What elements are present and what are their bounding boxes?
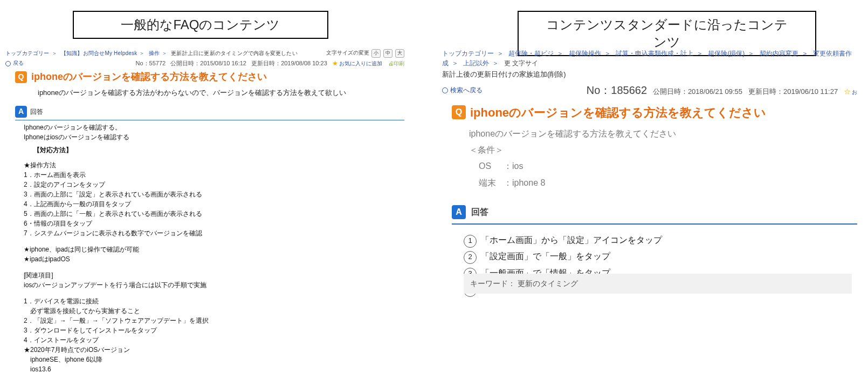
back-icon bbox=[5, 61, 11, 66]
step-number: 1 bbox=[464, 235, 477, 248]
heading-left: 一般的なFAQのコンテンツ bbox=[73, 11, 328, 39]
cond-val: ios bbox=[512, 158, 523, 174]
crumb[interactable]: 操作 bbox=[149, 50, 160, 56]
answer-body: Iphoneのバージョンを確認する。 Iphoneはiosのバージョンを確認する… bbox=[24, 123, 404, 374]
subline: 新計上後の更新日付けの家族追加(削除) bbox=[442, 69, 857, 80]
keyword-value: 更新のタイミング bbox=[518, 279, 578, 288]
question-icon: Q bbox=[15, 71, 27, 83]
crumb[interactable]: 超保険・超ビジ bbox=[508, 50, 554, 57]
back-link[interactable]: 戻る bbox=[5, 59, 24, 67]
article-meta: No：55772 公開日時：2015/08/10 16:12 更新日時：2019… bbox=[135, 59, 404, 68]
font-size-small[interactable]: 小 bbox=[371, 49, 381, 58]
crumb[interactable]: トップカテゴリー bbox=[442, 50, 494, 57]
cond-key: OS bbox=[479, 158, 504, 174]
faq-panel-right: トップカテゴリー＞ 超保険・超ビジ＞ 超保険操作＞ 試算・申込書類作成・計上＞ … bbox=[442, 49, 857, 298]
crumb[interactable]: 【知識】お問合せMy Helpdesk bbox=[61, 50, 137, 56]
font-size-large[interactable]: 大 bbox=[395, 49, 404, 58]
keyword-box: キーワード： 更新のタイミング bbox=[464, 274, 852, 294]
step-number: 2 bbox=[464, 251, 477, 264]
crumb[interactable]: 試算・申込書類作成・計上 bbox=[616, 50, 693, 57]
star-icon: ★ bbox=[332, 60, 338, 66]
font-size-control: 文字サイズの変更 小 中 大 bbox=[326, 49, 404, 58]
crumb[interactable]: 超保険(損保) bbox=[708, 50, 745, 57]
print-link[interactable]: 🖨印刷 bbox=[388, 60, 404, 66]
question-title: iphoneのバージョンを確認する方法を教えてください bbox=[470, 104, 766, 121]
keyword-label: キーワード： bbox=[470, 279, 515, 288]
font-size-label: 文字サイズの変更 bbox=[326, 50, 369, 56]
cond-key: 端末 bbox=[479, 175, 504, 191]
cond-val: iphone 8 bbox=[512, 175, 545, 191]
question-icon: Q bbox=[452, 105, 466, 119]
star-icon: ☆ bbox=[844, 87, 851, 96]
question-title: iphoneのバージョンを確認する方法を教えてください bbox=[31, 70, 267, 84]
question-body: iphoneのバージョンを確認する方法を教えてください ＜条件＞ OS ： io… bbox=[469, 126, 857, 192]
answer-label: 回答 bbox=[471, 206, 488, 219]
breadcrumb[interactable]: トップカテゴリー＞ 超保険・超ビジ＞ 超保険操作＞ 試算・申込書類作成・計上＞ … bbox=[442, 49, 857, 68]
crumb[interactable]: トップカテゴリー bbox=[5, 50, 50, 56]
question-body: iphoneのバージョンを確認する方法がわからないので、バージョンを確認する方法… bbox=[38, 87, 404, 98]
crumb-truncated: 更 文字サイ bbox=[504, 59, 538, 67]
answer-label: 回答 bbox=[30, 107, 43, 117]
crumb[interactable]: 上記以外 bbox=[463, 59, 489, 67]
back-link[interactable]: 検索へ戻る bbox=[442, 85, 483, 95]
answer-icon: A bbox=[452, 205, 466, 219]
favorite-link-truncated[interactable]: お bbox=[852, 89, 857, 95]
breadcrumb[interactable]: トップカテゴリー＞ 【知識】お問合せMy Helpdesk＞ 操作＞ 更新計上日… bbox=[5, 49, 298, 57]
crumb-current: 更新計上日に更新のタイミングで内容を変更したい bbox=[171, 50, 298, 56]
back-icon bbox=[442, 87, 448, 93]
crumb[interactable]: 契約内容変更 bbox=[760, 50, 798, 57]
font-size-medium[interactable]: 中 bbox=[383, 49, 392, 58]
article-meta: No：185662 公開日時：2018/06/21 09:55 更新日時：201… bbox=[587, 82, 857, 98]
crumb[interactable]: 超保険操作 bbox=[569, 50, 601, 57]
favorite-link[interactable]: お気に入りに追加 bbox=[339, 60, 382, 66]
answer-icon: A bbox=[15, 106, 27, 118]
faq-panel-left: トップカテゴリー＞ 【知識】お問合せMy Helpdesk＞ 操作＞ 更新計上日… bbox=[5, 49, 404, 373]
